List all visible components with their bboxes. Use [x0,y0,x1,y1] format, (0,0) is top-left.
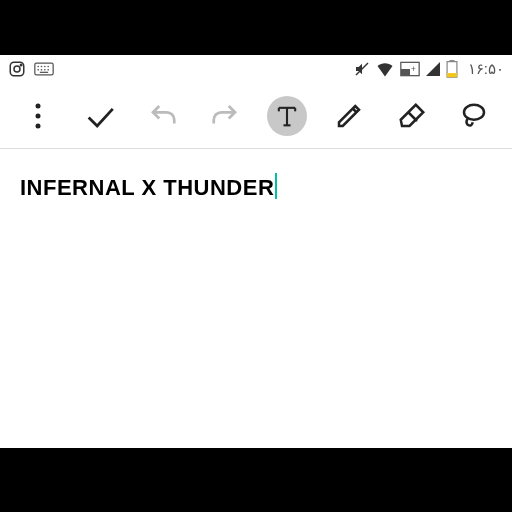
svg-point-1 [14,66,20,72]
keyboard-icon [34,62,54,76]
toolbar [0,83,512,149]
svg-point-20 [36,103,41,108]
status-bar: + ۱۶:۵۰ [0,55,512,83]
instagram-icon [8,60,26,78]
eraser-tool-button[interactable] [392,96,432,136]
text-tool-button[interactable] [267,96,307,136]
svg-point-21 [36,113,41,118]
wifi-icon [376,61,394,77]
redo-button[interactable] [205,96,245,136]
confirm-button[interactable] [80,96,120,136]
lasso-tool-button[interactable] [454,96,494,136]
svg-point-22 [36,123,41,128]
battery-icon [446,60,458,78]
note-content-area[interactable]: INFERNAL X THUNDER [0,149,512,225]
undo-button[interactable] [143,96,183,136]
svg-line-28 [353,108,357,112]
svg-point-30 [464,104,484,119]
note-text: INFERNAL X THUNDER [20,175,274,200]
svg-point-2 [20,64,22,66]
app-frame: + ۱۶:۵۰ [0,55,512,448]
svg-line-29 [408,112,417,121]
svg-rect-19 [447,73,457,77]
signal-icon [426,62,440,76]
text-cursor [275,173,277,199]
mute-icon [354,61,370,77]
clock-text: ۱۶:۵۰ [468,60,504,78]
svg-rect-15 [401,69,410,76]
signal-box-icon: + [400,61,420,77]
svg-text:+: + [411,64,416,74]
pen-tool-button[interactable] [329,96,369,136]
more-button[interactable] [18,96,58,136]
svg-rect-3 [35,63,53,75]
